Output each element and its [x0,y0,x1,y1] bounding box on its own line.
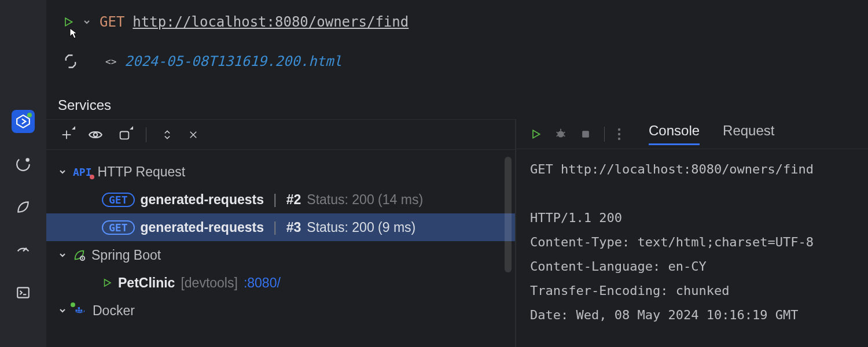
show-hidden-icon[interactable] [88,127,103,142]
svg-rect-4 [17,287,29,297]
console-line [530,182,868,206]
tab-request[interactable]: Request [723,123,774,145]
chevron-down-icon[interactable] [58,306,67,315]
run-icon [102,278,112,288]
tree-node-spring[interactable]: Spring Boot [58,241,515,269]
spring-icon[interactable] [12,195,35,219]
request-num: #2 [286,192,301,208]
svg-point-30 [618,132,620,135]
app-port[interactable]: :8080/ [244,275,281,291]
tool-window-bar [0,0,46,347]
svg-point-2 [26,158,28,161]
add-service-icon[interactable] [60,128,73,141]
mouse-cursor-icon [66,27,80,40]
stop-icon[interactable] [580,128,591,140]
chevron-down-icon[interactable] [58,250,67,260]
separator [604,127,605,142]
api-icon: API [73,166,92,178]
method-badge: GET [102,193,135,207]
editor: GET http://localhost:8080/owners/find <>… [46,0,868,91]
svg-rect-19 [80,309,82,311]
svg-marker-0 [17,115,30,128]
svg-point-22 [558,131,564,137]
svg-marker-21 [533,130,540,138]
app-name: PetClinic [118,275,175,291]
response-panel: Console Request GET http://localhost:808… [516,119,868,347]
request-name: generated-requests [141,192,264,208]
http-method: GET [100,14,124,30]
tree-label: Docker [93,303,135,319]
svg-marker-16 [105,279,111,286]
request-num: #3 [286,220,301,235]
svg-point-31 [618,137,620,139]
open-new-tab-icon[interactable] [118,128,131,141]
more-icon[interactable] [617,128,621,141]
chevron-down-icon[interactable] [82,17,91,27]
chevron-down-icon[interactable] [58,167,67,176]
rerun-icon[interactable] [530,128,542,140]
expand-collapse-icon[interactable] [161,128,173,142]
svg-rect-28 [582,131,589,138]
http-url[interactable]: http://localhost:8080/owners/find [133,14,409,30]
console-line: Content-Type: text/html;charset=UTF-8 [530,230,868,254]
separator [146,127,146,142]
svg-rect-12 [120,131,129,139]
docker-icon [73,305,87,316]
response-tabs: Console Request [649,123,774,145]
tree-node-app[interactable]: PetClinic [devtools] :8080/ [58,269,515,297]
method-badge: GET [102,220,135,235]
app-profile: [devtools] [181,275,237,291]
open-responses-icon[interactable] [62,53,79,69]
console-line: GET http://localhost:8080/owners/find [530,157,868,182]
svg-point-29 [618,128,620,130]
tree-node-docker[interactable]: Docker [58,297,515,324]
close-icon[interactable] [188,130,198,140]
svg-line-27 [564,135,565,136]
separator: | [270,192,281,208]
console-line: Content-Language: en-CY [530,254,868,279]
services-tree[interactable]: API HTTP Request GET generated-requests … [46,150,515,324]
request-status: Status: 200 (9 ms) [307,220,415,235]
terminal-icon[interactable] [12,281,35,304]
console-line: Transfer-Encoding: chunked [530,279,868,303]
separator: | [270,220,281,235]
response-toolbar: Console Request [516,119,868,149]
angle-brackets-icon: <> [105,56,116,67]
run-gutter-icon[interactable] [62,16,74,28]
tree-node-http[interactable]: API HTTP Request [58,158,515,186]
tree-node-request-1[interactable]: GET generated-requests | #2 Status: 200 … [58,186,515,213]
main-area: GET http://localhost:8080/owners/find <>… [46,0,868,347]
dashboard-icon[interactable] [12,238,35,261]
debug-icon[interactable] [554,128,567,141]
spring-boot-icon [73,249,86,261]
svg-point-11 [94,132,98,136]
svg-rect-17 [76,309,78,311]
tab-console[interactable]: Console [649,123,700,145]
request-status: Status: 200 (14 ms) [307,192,423,208]
svg-line-26 [557,135,558,136]
scrollbar[interactable] [505,157,512,272]
svg-marker-6 [65,18,72,25]
svg-line-24 [557,132,558,133]
request-name: generated-requests [141,220,264,235]
svg-line-25 [564,132,565,133]
svg-rect-20 [78,307,80,309]
tree-label: Spring Boot [91,248,161,263]
profiler-icon[interactable] [12,153,35,176]
tree-label: HTTP Request [98,164,186,180]
console-line: Date: Wed, 08 May 2024 10:16:19 GMT [530,303,868,327]
console-output[interactable]: GET http://localhost:8080/owners/find HT… [516,149,868,327]
panel-title: Services [46,91,868,119]
services-tool-icon[interactable] [12,110,35,133]
services-toolbar [46,120,515,150]
panel-title-label: Services [58,97,111,113]
tree-node-request-2[interactable]: GET generated-requests | #3 Status: 200 … [46,213,515,241]
console-line: HTTP/1.1 200 [530,206,868,230]
response-file-link[interactable]: 2024-05-08T131619.200.html [124,53,342,69]
svg-rect-18 [78,309,80,311]
